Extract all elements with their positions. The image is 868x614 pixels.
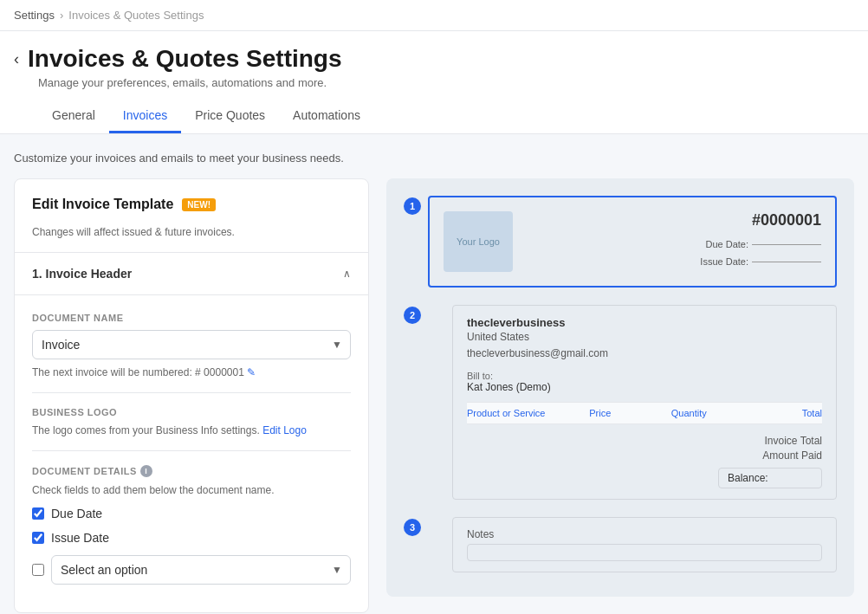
info-icon[interactable]: i bbox=[140, 465, 152, 477]
biz-name: thecleverbusiness bbox=[467, 316, 822, 329]
bill-to-name: Kat Jones (Demo) bbox=[467, 381, 822, 393]
balance-row: Balance: bbox=[718, 468, 822, 488]
due-date-checkbox[interactable] bbox=[32, 507, 44, 520]
bill-to-section: Bill to: Kat Jones (Demo) bbox=[467, 371, 822, 393]
issue-date-row: Issue Date bbox=[32, 531, 351, 545]
breadcrumb-current: Invoices & Quotes Settings bbox=[68, 9, 204, 22]
document-name-label: DOCUMENT NAME bbox=[32, 313, 351, 323]
invoice-section-1: Your Logo #0000001 Due Date: Issue bbox=[428, 196, 837, 288]
new-badge: NEW! bbox=[182, 198, 216, 211]
panel-title: Edit Invoice Template bbox=[32, 197, 173, 212]
issue-date-checkbox[interactable] bbox=[32, 532, 44, 544]
panel-header: Edit Invoice Template NEW! bbox=[15, 179, 368, 226]
due-date-underline bbox=[752, 244, 821, 245]
document-details-hint: Check fields to add them below the docum… bbox=[32, 484, 351, 496]
breadcrumb-settings[interactable]: Settings bbox=[14, 9, 55, 22]
biz-email: thecleverbusiness@gmail.com bbox=[467, 346, 822, 362]
notes-input-preview bbox=[467, 544, 822, 561]
invoice-number-section: #0000001 Due Date: Issue Date: bbox=[700, 211, 821, 271]
biz-country: United States bbox=[467, 329, 822, 346]
invoice-total-label: Invoice Total bbox=[765, 435, 823, 447]
section-1-content: DOCUMENT NAME Invoice Tax Invoice Receip… bbox=[15, 295, 368, 612]
page-title: Invoices & Quotes Settings bbox=[28, 45, 342, 73]
issue-date-label: Issue Date bbox=[51, 531, 109, 545]
invoice-meta: Due Date: Issue Date: bbox=[700, 236, 821, 271]
divider-2 bbox=[32, 450, 351, 451]
select-option-select[interactable]: Select an option bbox=[51, 555, 351, 585]
content-area: Customize your invoices and emails to me… bbox=[0, 134, 868, 614]
issue-date-meta: Issue Date: bbox=[700, 254, 821, 271]
document-name-select[interactable]: Invoice Tax Invoice Receipt Custom bbox=[32, 330, 351, 359]
issue-date-underline bbox=[752, 262, 821, 262]
due-date-row: Due Date bbox=[32, 507, 351, 520]
preview-section-1-indicator: 1 Your Logo #0000001 Due Date: bbox=[404, 196, 837, 298]
breadcrumb-separator: › bbox=[60, 9, 63, 22]
section-1-header[interactable]: 1. Invoice Header ∧ bbox=[15, 253, 368, 295]
invoice-totals: Invoice Total Amount Paid Balance: bbox=[467, 435, 822, 488]
amount-paid-label: Amount Paid bbox=[762, 449, 822, 462]
edit-number-icon[interactable]: ✎ bbox=[247, 366, 256, 378]
invoice-number: #0000001 bbox=[700, 211, 821, 229]
tab-general[interactable]: General bbox=[38, 100, 109, 133]
col-price: Price bbox=[556, 408, 645, 418]
step-3-circle: 3 bbox=[404, 519, 421, 536]
tab-price-quotes[interactable]: Price Quotes bbox=[181, 100, 279, 133]
chevron-up-icon: ∧ bbox=[343, 268, 351, 280]
invoice-section-3: Notes bbox=[452, 517, 837, 572]
tabs-nav: General Invoices Price Quotes Automation… bbox=[38, 100, 854, 133]
edit-logo-link[interactable]: Edit Logo bbox=[262, 424, 307, 436]
document-details-label: DOCUMENT DETAILS i bbox=[32, 465, 351, 477]
select-option-row: Select an option ▼ bbox=[32, 555, 351, 585]
due-date-meta: Due Date: bbox=[700, 236, 821, 254]
col-product: Product or Service bbox=[467, 408, 556, 418]
logo-placeholder: Your Logo bbox=[444, 211, 513, 272]
notes-label: Notes bbox=[467, 528, 822, 540]
logo-hint: The logo comes from your Business Info s… bbox=[32, 424, 351, 436]
document-details-field: DOCUMENT DETAILS i Check fields to add t… bbox=[32, 465, 351, 585]
left-panel: Edit Invoice Template NEW! Changes will … bbox=[14, 178, 369, 613]
next-invoice-hint: The next invoice will be numbered: # 000… bbox=[32, 366, 351, 378]
tab-invoices[interactable]: Invoices bbox=[109, 100, 181, 133]
divider-1 bbox=[32, 392, 351, 393]
invoice-preview-panel: 1 Your Logo #0000001 Due Date: bbox=[386, 178, 854, 597]
page-subtitle: Manage your preferences, emails, automat… bbox=[38, 76, 854, 89]
content-description: Customize your invoices and emails to me… bbox=[14, 152, 854, 165]
step-2-circle: 2 bbox=[404, 307, 421, 324]
section-1-title: 1. Invoice Header bbox=[32, 267, 132, 281]
due-date-label: Due Date bbox=[51, 507, 102, 520]
business-logo-field: BUSINESS LOGO The logo comes from your B… bbox=[32, 407, 351, 436]
bill-to-label: Bill to: bbox=[467, 371, 822, 381]
breadcrumb: Settings › Invoices & Quotes Settings bbox=[0, 0, 868, 31]
document-name-field: DOCUMENT NAME Invoice Tax Invoice Receip… bbox=[32, 313, 351, 378]
select-option-checkbox[interactable] bbox=[32, 564, 44, 576]
main-layout: Edit Invoice Template NEW! Changes will … bbox=[14, 178, 854, 613]
preview-section-3-indicator: 3 Notes bbox=[404, 517, 837, 572]
preview-section-2-indicator: 2 thecleverbusiness United States thecle… bbox=[404, 305, 837, 510]
invoice-section-2: thecleverbusiness United States thecleve… bbox=[452, 305, 837, 500]
col-quantity: Quantity bbox=[645, 408, 734, 418]
col-total: Total bbox=[734, 408, 823, 418]
document-name-select-wrapper: Invoice Tax Invoice Receipt Custom ▼ bbox=[32, 330, 351, 359]
business-logo-label: BUSINESS LOGO bbox=[32, 407, 351, 417]
step-1-circle: 1 bbox=[404, 197, 421, 215]
panel-subtitle: Changes will affect issued & future invo… bbox=[15, 226, 368, 253]
table-header: Product or Service Price Quantity Total bbox=[467, 402, 822, 424]
back-button[interactable]: ‹ bbox=[14, 50, 19, 68]
tab-automations[interactable]: Automations bbox=[279, 100, 374, 133]
page-header: ‹ Invoices & Quotes Settings Manage your… bbox=[0, 31, 868, 134]
